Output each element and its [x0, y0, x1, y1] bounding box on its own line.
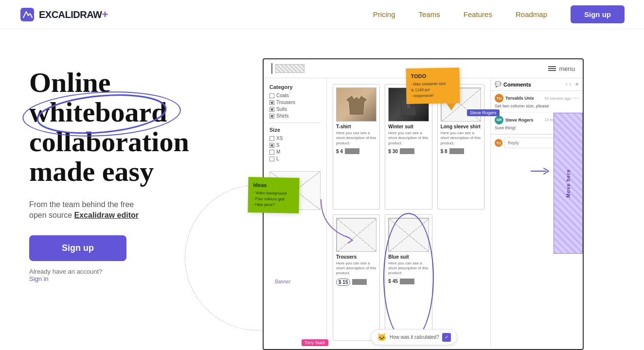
product-tshirt-image [336, 88, 376, 122]
category-label: Category [269, 84, 321, 90]
product-grid: T-shirt Here you can see a short descrip… [327, 78, 490, 347]
checkbox-l [269, 157, 274, 161]
wf-content: Category Coats Trousers Suits Shirts Siz… [264, 78, 583, 347]
calc-avatar: 🐱 [377, 332, 387, 342]
subtitle: From the team behind the free [29, 200, 224, 209]
comment-icon: 💬 [495, 81, 501, 88]
product-btn-5 [400, 279, 414, 284]
whiteboard-preview: TODO - Max container sizeis 1140 px!- re… [233, 49, 625, 350]
wf-logo-rect [275, 64, 304, 73]
avatar-torvalds: TU [495, 94, 503, 103]
filter-shirts: Shirts [269, 113, 321, 119]
checkbox-coats [269, 93, 274, 98]
checkbox-s [269, 143, 274, 148]
excalidraw-logo-icon [19, 7, 35, 22]
checkbox-suits [269, 107, 274, 112]
comment-more-1[interactable]: ⋯ [573, 95, 579, 102]
product-btn [345, 148, 359, 154]
product-btn-4 [352, 279, 367, 285]
checkbox-trousers [269, 100, 274, 105]
reply-avatar: TU [495, 139, 502, 147]
headline-line3: collaboration [29, 126, 189, 158]
banner-label: Banner [275, 279, 290, 284]
sticky-todo-text: - Max container sizeis 1140 px!- respons… [411, 81, 455, 99]
product-trousers-image [336, 218, 376, 252]
nav-features[interactable]: Features [464, 10, 492, 18]
cursor-steve-label: Steve Rogers [467, 109, 500, 116]
filter-xs: XS [269, 136, 321, 141]
product-tshirt: T-shirt Here you can see a short descrip… [333, 84, 380, 210]
move-here-text: Move here [566, 169, 571, 197]
tshirt-svg [344, 92, 369, 117]
product-btn-3 [449, 148, 464, 154]
already-account-text: Already have an account? Sign in [29, 268, 224, 282]
main-nav: Pricing Teams Features Roadmap Sign up [373, 5, 625, 23]
comments-header: 💬 Comments ‹ › ✕ [491, 78, 583, 91]
headline-line1: Online [29, 67, 111, 98]
filter-suits: Suits [269, 106, 321, 112]
product-blue-suit: Blue suit Here you can see a short descr… [385, 214, 432, 341]
checkbox-xs [269, 136, 274, 141]
cursor-steve: Steve Rogers [467, 109, 472, 116]
checkbox-shirts [269, 114, 274, 119]
headline-whiteboard-word: whiteboard [29, 98, 167, 127]
signup-main-button[interactable]: Sign up [29, 235, 126, 261]
headline-line4: made easy [29, 156, 154, 187]
sticky-ideas: Ideas - Video background- Four colours g… [248, 177, 299, 213]
size-label: Size [269, 127, 321, 133]
excalidraw-editor-link[interactable]: Excalidraw editor [74, 211, 139, 219]
hamburger-icon [548, 66, 556, 71]
filter-trousers: Trousers [269, 100, 321, 105]
nav-teams[interactable]: Teams [419, 10, 440, 18]
sticky-todo-title: TODO [411, 72, 455, 79]
wf-menu: menu [548, 65, 575, 72]
header: EXCALIDRAW+ Pricing Teams Features Roadm… [0, 0, 644, 29]
filter-coats: Coats [269, 93, 321, 98]
wf-logo-bar [271, 63, 272, 74]
divider [269, 122, 321, 123]
comments-close[interactable]: ✕ [575, 82, 579, 87]
checkbox-m [269, 150, 274, 155]
subtitle-line2: open source Excalidraw editor [29, 211, 224, 220]
comments-title: Comments [503, 82, 564, 88]
comment-item-1: TU Torvalds Unix 54 minutes ago ⋯ Set tw… [491, 91, 583, 113]
product-blue-suit-image [388, 218, 429, 252]
comments-next[interactable]: › [570, 82, 571, 87]
sticky-ideas-title: Ideas [253, 182, 294, 188]
product-trousers: Trousers Here you can see a short descri… [333, 214, 380, 341]
logo[interactable]: EXCALIDRAW+ [19, 7, 108, 22]
comments-prev[interactable]: ‹ [566, 82, 567, 87]
product-btn-2 [400, 148, 414, 154]
calc-bubble-text: How was it calculated? [390, 334, 439, 340]
calc-bubble: 🐱 How was it calculated? ✓ [371, 329, 457, 345]
filter-l: L [269, 156, 321, 161]
sticky-ideas-text: - Video background- Four colours grid- H… [253, 190, 295, 208]
filter-s: S [269, 142, 321, 148]
signup-nav-button[interactable]: Sign up [571, 5, 625, 23]
main-content: Online whiteboard collaboration made eas… [0, 29, 644, 350]
move-here-arrow [530, 166, 550, 178]
headline: Online whiteboard collaboration made eas… [29, 68, 224, 187]
hero-section: Online whiteboard collaboration made eas… [29, 49, 224, 282]
move-here-panel: Move here [554, 113, 583, 254]
calc-confirm[interactable]: ✓ [442, 333, 451, 342]
logo-text: EXCALIDRAW+ [39, 8, 108, 21]
wf-logo [271, 63, 304, 74]
cursor-tony-label: Tony Stark [302, 339, 328, 346]
menu-label: menu [559, 65, 575, 72]
sticky-todo: TODO - Max container sizeis 1140 px!- re… [406, 68, 460, 104]
nav-pricing[interactable]: Pricing [373, 10, 395, 18]
filter-m: M [269, 149, 321, 155]
nav-roadmap[interactable]: Roadmap [516, 10, 547, 18]
signin-link[interactable]: Sign in [29, 275, 49, 282]
avatar-steve: SR [495, 116, 503, 124]
